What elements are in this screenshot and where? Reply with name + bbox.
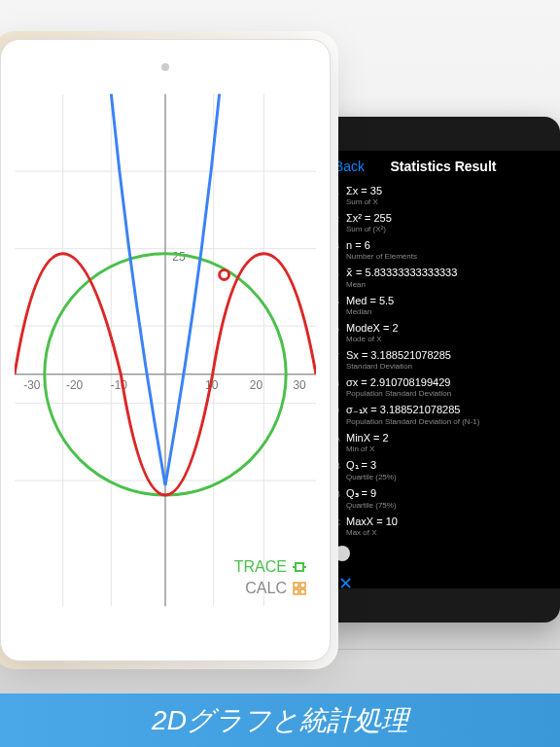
stat-sub: Population Standard Deviation	[346, 389, 552, 398]
svg-rect-24	[300, 583, 305, 587]
stat-content: MinX = 2Min of X	[346, 432, 552, 453]
stat-main: σx = 2.910708199429	[346, 376, 552, 388]
calc-icon	[293, 582, 306, 595]
stat-main: Σx = 35	[346, 185, 552, 196]
stats-screen[interactable]: Back Statistics Result 1Σx = 35Sum of X2…	[327, 151, 560, 588]
trace-button[interactable]: TRACE	[234, 558, 306, 576]
stat-sub: Mode of X	[346, 335, 552, 343]
stat-main: Sx = 3.188521078285	[346, 349, 552, 361]
stat-row[interactable]: 2Σx² = 255Sum of (X²)	[334, 209, 552, 236]
stat-main: n = 6	[346, 239, 552, 251]
svg-text:-20: -20	[66, 378, 84, 392]
stat-main: MaxX = 10	[346, 516, 552, 527]
stat-content: Q₁ = 3Quartile (25%)	[346, 459, 552, 481]
stats-list: 1Σx = 35Sum of X2Σx² = 255Sum of (X²)3n …	[327, 182, 560, 540]
stats-title: Statistics Result	[391, 159, 497, 174]
trace-label: TRACE	[234, 558, 287, 576]
svg-text:-30: -30	[23, 378, 41, 392]
back-button[interactable]: Back	[334, 159, 365, 174]
camera-icon	[161, 63, 169, 71]
stat-sub: Number of Elements	[346, 252, 552, 261]
stat-main: Med = 5.5	[346, 295, 552, 306]
stat-content: ModeX = 2Mode of X	[346, 322, 552, 343]
stat-row[interactable]: BQ₁ = 3Quartile (25%)	[334, 456, 552, 484]
stat-row[interactable]: 3n = 6Number of Elements	[334, 236, 552, 264]
stat-row[interactable]: AMinX = 2Min of X	[334, 429, 552, 456]
banner-text: 2Dグラフと統計処理	[152, 702, 408, 739]
stat-content: σ₋₁x = 3.188521078285Population Standard…	[346, 404, 552, 426]
svg-point-19	[220, 270, 229, 280]
stat-content: x̄ = 5.83333333333333Mean	[346, 267, 552, 289]
stat-row[interactable]: 4x̄ = 5.83333333333333Mean	[334, 264, 552, 292]
stat-sub: Standard Deviation	[346, 362, 552, 371]
svg-text:30: 30	[293, 378, 306, 392]
stat-content: Q₃ = 9Quartile (75%)	[346, 487, 552, 510]
graph-buttons: TRACE CALC	[234, 554, 306, 597]
stat-row[interactable]: 5Med = 5.5Median	[334, 292, 552, 319]
stat-sub: Sum of X	[346, 197, 552, 206]
calc-label: CALC	[245, 580, 287, 597]
caption-banner: 2Dグラフと統計処理	[0, 694, 560, 747]
svg-rect-25	[294, 589, 298, 594]
stat-main: σ₋₁x = 3.188521078285	[346, 404, 552, 416]
stat-row[interactable]: 6ModeX = 2Mode of X	[334, 319, 552, 346]
stat-main: MinX = 2	[346, 432, 552, 444]
stat-main: ModeX = 2	[346, 322, 552, 334]
stat-content: Σx² = 255Sum of (X²)	[346, 212, 552, 233]
stat-sub: Quartile (25%)	[346, 473, 552, 481]
svg-text:-10: -10	[111, 378, 128, 392]
stat-main: Q₁ = 3	[346, 459, 552, 472]
stat-sub: Sum of (X²)	[346, 225, 552, 233]
stat-row[interactable]: BQ₃ = 9Quartile (75%)	[334, 484, 552, 513]
stat-sub: Mean	[346, 280, 552, 289]
stat-content: n = 6Number of Elements	[346, 239, 552, 261]
stat-main: Q₃ = 9	[346, 487, 552, 500]
stat-content: MaxX = 10Max of X	[346, 516, 552, 537]
stat-content: σx = 2.910708199429Population Standard D…	[346, 376, 552, 398]
svg-rect-26	[300, 589, 305, 594]
stat-row[interactable]: CMaxX = 10Max of X	[334, 513, 552, 540]
stat-row[interactable]: 9σ₋₁x = 3.188521078285Population Standar…	[334, 401, 552, 429]
stats-header: Back Statistics Result	[327, 151, 560, 182]
stat-main: Σx² = 255	[346, 212, 552, 224]
ipad-white-device: -30 -20 -10 10 20 30 25 TRA	[0, 39, 331, 661]
stat-sub: Population Standard Deviation of (N-1)	[346, 417, 552, 426]
svg-rect-23	[294, 583, 298, 587]
stat-content: Sx = 3.188521078285Standard Deviation	[346, 349, 552, 371]
ipad-black-device: Back Statistics Result 1Σx = 35Sum of X2…	[317, 117, 560, 622]
svg-text:25: 25	[172, 250, 186, 264]
stat-content: Med = 5.5Median	[346, 295, 552, 316]
stat-sub: Median	[346, 307, 552, 316]
svg-rect-20	[296, 563, 303, 571]
trace-icon	[293, 560, 306, 574]
stat-row[interactable]: 1Σx = 35Sum of X	[334, 182, 552, 209]
svg-text:20: 20	[250, 378, 263, 392]
calc-button[interactable]: CALC	[234, 580, 306, 597]
close-button[interactable]: ✕	[327, 567, 560, 588]
stat-main: x̄ = 5.83333333333333	[346, 267, 552, 279]
graph-screen[interactable]: -30 -20 -10 10 20 30 25 TRA	[15, 93, 316, 607]
stat-row[interactable]: 8σx = 2.910708199429Population Standard …	[334, 374, 552, 401]
stat-row[interactable]: 7Sx = 3.188521078285Standard Deviation	[334, 346, 552, 374]
graph-canvas[interactable]: -30 -20 -10 10 20 30 25	[15, 93, 316, 607]
stat-sub: Quartile (75%)	[346, 501, 552, 510]
graph-svg: -30 -20 -10 10 20 30 25	[15, 93, 316, 607]
stat-sub: Min of X	[346, 445, 552, 453]
stat-sub: Max of X	[346, 528, 552, 537]
stat-content: Σx = 35Sum of X	[346, 185, 552, 206]
